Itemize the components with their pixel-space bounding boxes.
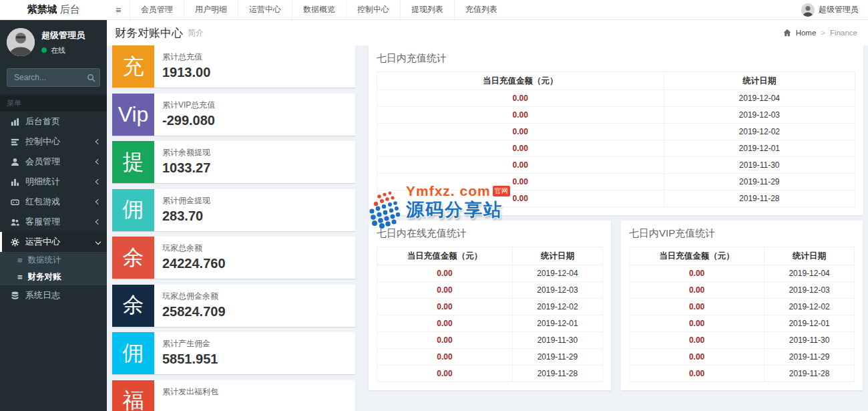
welfare-glyph-icon: 福: [112, 380, 154, 411]
date-cell: 2019-11-30: [664, 157, 855, 174]
sidebar-item-label: 红包游戏: [25, 196, 60, 208]
sidebar-user-name: 超级管理员: [41, 29, 85, 41]
navbar-user-menu[interactable]: 超级管理员: [792, 0, 868, 19]
submenu-item-label: 财务对账: [28, 271, 61, 283]
sidebar-menu: 后台首页 控制中心 会员管理 明细统计 红包游戏 客服管理: [0, 112, 107, 252]
table-row: 0.002019-11-29: [377, 349, 603, 366]
online-recharge-7day-table: 当日充值金额（元） 统计日期 0.002019-12-040.002019-12…: [377, 247, 603, 382]
table-row: 0.002019-11-28: [377, 190, 855, 207]
table-row: 0.002019-12-02: [377, 124, 855, 140]
balance-glyph-icon: 余: [112, 285, 154, 327]
online-status-icon: [41, 47, 47, 53]
breadcrumb: Home > Finance: [783, 29, 857, 37]
amount-column-header: 当日充值金额（元）: [630, 247, 765, 265]
stat-card-balance-withdraw[interactable]: 提 累计余额提现1033.27: [112, 141, 355, 183]
sidebar-item-label: 会员管理: [25, 156, 60, 168]
date-cell: 2019-12-04: [512, 265, 602, 282]
stat-value: -299.080: [162, 113, 215, 128]
table-row: 0.002019-11-30: [377, 332, 603, 349]
balance-glyph-icon: 余: [112, 237, 154, 279]
stat-card-commission-withdraw[interactable]: 佣 累计佣金提现283.70: [112, 189, 355, 231]
amount-cell: 0.00: [377, 190, 664, 207]
date-cell: 2019-12-01: [765, 315, 855, 332]
app-logo-bold: 紫禁城: [27, 3, 57, 16]
sidebar-item-operation-center[interactable]: 运营中心: [0, 232, 107, 252]
stat-card-player-commission-balance[interactable]: 余 玩家总佣金余额25824.709: [112, 285, 355, 327]
date-cell: 2019-11-29: [765, 349, 855, 366]
submenu-item-data-statistics[interactable]: ≡ 数据统计: [0, 252, 107, 269]
nav-item-data-overview[interactable]: 数据概览: [292, 0, 346, 19]
table-row: 0.002019-11-30: [630, 332, 855, 349]
stat-card-vip-recharge[interactable]: Vip 累计VIP总充值-299.080: [112, 94, 355, 136]
stat-card-welfare-package[interactable]: 福 累计发出福利包: [112, 380, 355, 411]
sidebar-item-detail-statistics[interactable]: 明细统计: [0, 172, 107, 192]
amount-cell: 0.00: [377, 90, 664, 107]
amount-cell: 0.00: [377, 282, 513, 299]
table-row: 0.002019-12-03: [630, 282, 855, 299]
app-logo[interactable]: 紫禁城 后台: [0, 0, 107, 19]
table-row: 0.002019-11-30: [377, 157, 855, 174]
navbar-avatar: [801, 3, 815, 17]
stat-label: 累计发出福利包: [162, 386, 218, 398]
list-icon: ≡: [17, 272, 23, 282]
date-cell: 2019-12-01: [512, 315, 602, 332]
stat-value: 25824.709: [162, 304, 226, 319]
amount-cell: 0.00: [377, 265, 513, 282]
sidebar-item-dashboard[interactable]: 后台首页: [0, 112, 107, 132]
amount-column-header: 当日充值金额（元）: [377, 72, 664, 90]
sidebar-item-redpacket-game[interactable]: 红包游戏: [0, 192, 107, 212]
nav-item-control-center[interactable]: 控制中心: [346, 0, 400, 19]
sidebar-item-customer-service[interactable]: 客服管理: [0, 212, 107, 232]
amount-cell: 0.00: [630, 315, 765, 332]
panel-title: 七日内VIP充值统计: [621, 221, 863, 245]
amount-cell: 0.00: [377, 315, 513, 332]
recharge-7day-table: 当日充值金额（元） 统计日期 0.002019-12-040.002019-12…: [377, 72, 855, 207]
search-input[interactable]: [7, 68, 100, 87]
date-column-header: 统计日期: [765, 247, 855, 265]
chart-icon: [11, 178, 19, 186]
nav-item-operation-center[interactable]: 运营中心: [238, 0, 292, 19]
stat-label: 累计余额提现: [162, 147, 210, 158]
stat-card-total-recharge[interactable]: 充 累计总充值1913.00: [112, 45, 355, 88]
submenu-item-finance-reconciliation[interactable]: ≡ 财务对账: [0, 269, 107, 285]
nav-item-recharge-list[interactable]: 充值列表: [454, 0, 508, 19]
sidebar-item-member-management[interactable]: 会员管理: [0, 152, 107, 172]
stat-value: 1033.27: [162, 160, 210, 176]
date-cell: 2019-11-28: [512, 366, 602, 382]
stat-label: 累计佣金提现: [162, 195, 210, 207]
amount-cell: 0.00: [377, 299, 513, 315]
stat-label: 累计总充值: [162, 51, 210, 63]
nav-item-withdraw-list[interactable]: 提现列表: [400, 0, 454, 19]
sidebar-user-panel: 超级管理员 在线: [0, 20, 107, 63]
stat-label: 玩家总佣金余额: [162, 291, 226, 302]
stat-card-player-balance[interactable]: 余 玩家总余额24224.760: [112, 237, 355, 279]
table-row: 0.002019-12-04: [377, 90, 855, 107]
search-icon[interactable]: [87, 73, 95, 85]
amount-cell: 0.00: [630, 349, 765, 366]
sidebar-item-system-log[interactable]: 系统日志: [0, 285, 107, 305]
table-row: 0.002019-12-01: [377, 140, 855, 157]
date-cell: 2019-11-30: [765, 332, 855, 349]
app-logo-light: 后台: [60, 3, 80, 16]
date-cell: 2019-12-02: [664, 124, 855, 140]
amount-cell: 0.00: [377, 349, 513, 366]
panel-title: 七日内充值统计: [369, 45, 863, 70]
sidebar-toggle-button[interactable]: ≡: [107, 0, 130, 19]
nav-item-member-management[interactable]: 会员管理: [130, 0, 184, 19]
amount-cell: 0.00: [630, 282, 765, 299]
list-icon: ≡: [17, 255, 23, 265]
table-row: 0.002019-12-01: [377, 315, 603, 332]
bar-chart-icon: [11, 118, 19, 126]
sidebar-item-control-center[interactable]: 控制中心: [0, 132, 107, 152]
table-row: 0.002019-11-28: [630, 366, 855, 382]
amount-cell: 0.00: [377, 107, 664, 124]
amount-cell: 0.00: [630, 332, 765, 349]
user-status: 在线: [41, 45, 85, 55]
nav-item-user-detail[interactable]: 用户明细: [184, 0, 238, 19]
stat-value: 283.70: [162, 209, 210, 224]
sidebar-menu-bottom: 系统日志: [0, 285, 107, 305]
breadcrumb-home[interactable]: Home: [796, 29, 817, 37]
stat-card-generated-commission[interactable]: 佣 累计产生佣金5851.951: [112, 332, 355, 374]
amount-cell: 0.00: [630, 366, 765, 382]
stat-label: 累计产生佣金: [162, 338, 218, 350]
